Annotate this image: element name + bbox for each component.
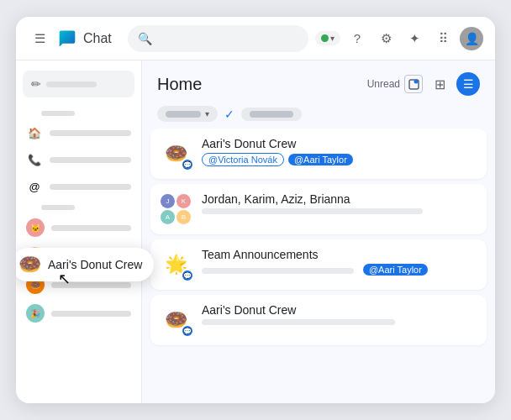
unread-label: Unread [367, 78, 400, 90]
sidebar-item-chat-4[interactable]: 🎉 [19, 300, 138, 327]
sidebar-item-home[interactable]: 🏠 [19, 120, 138, 145]
chat-item-body-1: Aari's Donut Crew @Victoria Novák @Aari … [202, 137, 478, 166]
sidebar: ✏ 🏠 📞 @ 🐱 😀 [16, 60, 142, 403]
tooltip-avatar: 🍩 [18, 254, 40, 276]
chat-item-2[interactable]: J K A B Jordan, Karim, Aziz, Brianna [150, 184, 487, 234]
top-bar-right: ▾ ? ⚙ ✦ ⠿ 👤 [315, 27, 483, 50]
chat-item-body-2: Jordan, Karim, Aziz, Brianna [202, 192, 478, 214]
new-chat-button[interactable]: ✏ [23, 71, 134, 97]
sparkle-icon[interactable]: ✦ [403, 27, 426, 50]
calls-icon: 📞 [26, 151, 43, 168]
chat-item-4[interactable]: 🍩 💬 Aari's Donut Crew [150, 295, 487, 345]
user-avatar[interactable]: 👤 [460, 27, 483, 50]
chat-badge-3: 💬 [181, 269, 194, 282]
status-dot-button[interactable]: ▾ [315, 31, 340, 45]
chat-item[interactable]: 🍩 💬 Aari's Donut Crew @Victoria Novák @A… [150, 129, 487, 179]
filter-check-icon: ✓ [224, 108, 234, 121]
multi-avatar: J K A B [161, 194, 191, 224]
chat-avatar-donut-2: 🍩 💬 [159, 303, 192, 337]
app-title: Chat [83, 31, 112, 46]
mention-chip-victoria: @Victoria Novák [202, 153, 284, 166]
compose-icon: ✏ [31, 77, 41, 91]
chat-badge-1: 💬 [181, 158, 194, 171]
sidebar-item-chat-1[interactable]: 🐱 [19, 214, 138, 241]
page-title: Home [157, 75, 202, 94]
avatar-cell-2: K [176, 194, 191, 208]
top-bar-left: ☰ Chat [28, 27, 121, 50]
chat-item-name-3: Team Announcements [202, 248, 478, 261]
chat-item-name-1: Aari's Donut Crew [202, 137, 478, 150]
chat-avatar-donut-1: 🍩 💬 [159, 137, 192, 171]
avatar-cell-3: A [161, 210, 175, 224]
sidebar-section-divider-2 [41, 205, 75, 210]
sidebar-item-calls[interactable]: 📞 [19, 147, 138, 172]
sidebar-item-mentions[interactable]: @ [19, 174, 138, 199]
settings-icon[interactable]: ⚙ [374, 27, 398, 50]
sidebar-avatar-1: 🐱 [26, 218, 45, 237]
unread-icon [404, 75, 423, 93]
top-bar: ☰ Chat 🔍 [16, 17, 495, 60]
apps-icon[interactable]: ⠿ [431, 27, 455, 50]
tooltip-popup: 🍩 Aari's Donut Crew ↖ [16, 248, 154, 281]
svg-point-1 [414, 79, 418, 83]
mention-chip-aari-1: @Aari Taylor [288, 154, 353, 165]
search-icon: 🔍 [138, 32, 152, 45]
hamburger-icon[interactable]: ☰ [28, 27, 51, 50]
chat-item-body-3: Team Announcements @Aari Taylor [202, 248, 478, 276]
sidebar-item-donut-crew[interactable]: 🍩 🍩 Aari's Donut Crew ↖ [19, 271, 138, 298]
content-area: Home Unread ⊞ ☰ ▾ [142, 60, 495, 403]
filter-icon[interactable]: ☰ [456, 72, 480, 96]
chat-item-name-2: Jordan, Karim, Aziz, Brianna [202, 192, 478, 206]
chat-item-name-4: Aari's Donut Crew [202, 303, 478, 317]
mentions-icon: @ [26, 178, 43, 195]
chat-logo-icon [58, 29, 76, 48]
filter-bar: ▾ ✓ [142, 102, 495, 129]
search-bar[interactable]: 🔍 [128, 25, 308, 52]
search-input[interactable] [157, 32, 298, 45]
main-area: ✏ 🏠 📞 @ 🐱 😀 [16, 60, 495, 403]
chat-list: 🍩 💬 Aari's Donut Crew @Victoria Novák @A… [142, 129, 495, 403]
chat-item-preview-1: @Victoria Novák @Aari Taylor [202, 153, 478, 166]
status-dot [321, 34, 329, 42]
avatar-cell-4: B [176, 210, 191, 224]
status-chevron-icon: ▾ [330, 34, 335, 43]
app-window: ☰ Chat 🔍 [16, 17, 495, 403]
home-icon: 🏠 [26, 124, 43, 141]
sidebar-section-divider [41, 111, 75, 116]
mention-chip-aari-3: @Aari Taylor [363, 264, 428, 276]
chat-item-body-4: Aari's Donut Crew [202, 303, 478, 325]
content-header: Home Unread ⊞ ☰ [142, 60, 495, 102]
avatar-cell-1: J [161, 194, 175, 208]
help-icon[interactable]: ? [345, 27, 369, 50]
unread-button[interactable]: Unread [367, 75, 423, 93]
filter-pill-2[interactable] [241, 108, 302, 121]
grid-view-icon[interactable]: ⊞ [428, 72, 451, 96]
chat-avatar-team: 🌟 💬 [159, 248, 192, 281]
sidebar-avatar-4: 🎉 [26, 304, 45, 323]
chat-avatar-multi: J K A B [159, 192, 192, 226]
header-actions: Unread ⊞ ☰ [367, 72, 480, 96]
chat-item-3[interactable]: 🌟 💬 Team Announcements @Aari Taylor [150, 239, 487, 290]
filter-chevron-icon: ▾ [205, 109, 209, 118]
cursor-icon: ↖ [58, 270, 71, 288]
chat-item-preview-3: @Aari Taylor [202, 264, 478, 276]
chat-badge-4: 💬 [181, 324, 194, 338]
filter-pill-1[interactable]: ▾ [157, 106, 218, 122]
